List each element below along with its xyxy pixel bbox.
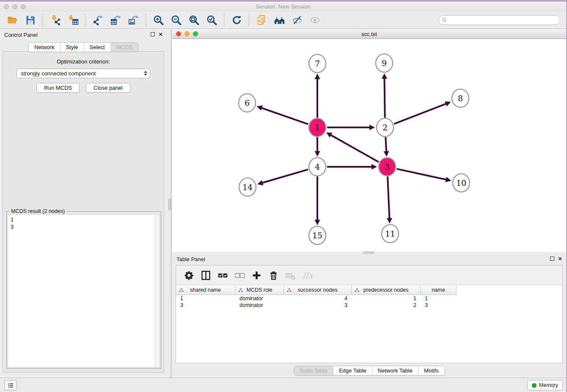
app-titlebar: Session: New Session [0, 2, 566, 12]
gear-icon[interactable] [182, 268, 196, 282]
zoom-out-icon[interactable] [169, 14, 183, 27]
close-panel-button[interactable]: Close panel [86, 83, 130, 93]
float-panel-icon[interactable] [151, 32, 155, 36]
delete-row-icon[interactable] [266, 268, 281, 282]
tab-node-table[interactable]: Node Table [294, 366, 333, 375]
graph-edge[interactable] [385, 137, 386, 152]
search-box[interactable] [438, 15, 560, 25]
mcds-result-area[interactable]: 13 [8, 214, 160, 367]
table-cell[interactable]: dominator [235, 302, 284, 309]
graph-edge[interactable] [394, 104, 446, 124]
split-view-icon[interactable] [198, 268, 213, 282]
graph-edge[interactable] [388, 177, 389, 219]
control-panel-title: Control Panel [4, 32, 38, 38]
deselect-all-icon[interactable] [232, 268, 247, 282]
criterion-select[interactable]: strongly connected component [17, 69, 150, 78]
table-cell[interactable]: 1 [176, 295, 235, 302]
table-cell[interactable]: 2 [352, 302, 421, 309]
column-header-MCDS-role[interactable]: MCDS role [235, 285, 284, 295]
graph-edge[interactable] [330, 135, 378, 162]
table-cell[interactable]: 1 [352, 295, 421, 302]
graph-edge-arrowhead [387, 218, 392, 224]
graph-node-label: 3 [385, 162, 390, 171]
tab-mcds[interactable]: MCDS [111, 43, 138, 52]
toolbar-separator [249, 14, 249, 27]
table-row[interactable]: 1dominator411 [176, 295, 562, 302]
first-neighbors-icon[interactable] [272, 14, 286, 27]
function-builder-icon [300, 268, 314, 282]
refresh-icon[interactable] [229, 14, 244, 27]
table-cell[interactable]: 1 [421, 295, 457, 302]
graph-node-label: 9 [382, 58, 387, 68]
result-scrollbar[interactable] [154, 215, 160, 367]
clone-network-icon[interactable] [254, 14, 269, 27]
save-icon[interactable] [23, 14, 37, 27]
graph-edge-arrowhead [372, 164, 377, 170]
network-graph: 7968124314101511 [172, 39, 566, 252]
graph-edge[interactable] [396, 169, 446, 180]
add-row-icon[interactable] [249, 268, 264, 282]
vertical-split-divider[interactable] [171, 29, 171, 378]
table-cell[interactable]: 3 [421, 302, 457, 309]
run-mcds-button[interactable]: Run MCDS [36, 83, 80, 93]
graph-edge-arrowhead [315, 220, 320, 225]
hide-selected-icon[interactable] [290, 14, 304, 27]
export-network-icon[interactable] [91, 14, 105, 27]
graph-edge[interactable] [261, 108, 308, 124]
graph-edge-arrowhead [257, 180, 263, 185]
graph-node-label: 15 [312, 231, 322, 240]
search-input[interactable] [448, 17, 560, 24]
open-icon[interactable] [5, 14, 19, 27]
tab-network[interactable]: Network [29, 43, 61, 52]
task-history-button[interactable] [4, 380, 17, 390]
column-header-shared-name[interactable]: shared name [176, 285, 235, 295]
table-row[interactable]: 3dominator323 [176, 302, 562, 309]
close-panel-icon[interactable]: × [159, 32, 162, 37]
graph-edge-arrowhead [369, 125, 375, 130]
graph-edge-arrowhead [382, 73, 387, 79]
optimization-criterion-label: Optimization criterion: [3, 58, 164, 65]
tab-motifs[interactable]: Motifs [418, 366, 444, 375]
graph-node-label: 7 [315, 59, 320, 68]
table-cell[interactable]: 3 [176, 302, 235, 309]
table-panel-title: Table Panel [176, 256, 205, 262]
import-table-icon[interactable] [66, 14, 80, 27]
close-table-panel-icon[interactable]: × [558, 256, 562, 261]
zoom-selected-icon[interactable] [204, 14, 219, 27]
column-header-predecessor-nodes[interactable]: predecessor nodes [352, 285, 421, 295]
table-cell[interactable]: 4 [284, 295, 352, 302]
app-title: Session: New Session [0, 3, 566, 10]
graph-edge[interactable] [262, 169, 308, 183]
zoom-fit-icon[interactable] [187, 14, 201, 27]
network-window-titlebar[interactable]: x - + scc.txt [172, 29, 566, 39]
vertical-split-grip[interactable] [168, 199, 171, 210]
column-label: name [432, 287, 445, 293]
main-toolbar [0, 12, 566, 29]
table-cell[interactable]: dominator [235, 295, 284, 302]
float-table-panel-icon[interactable] [550, 257, 554, 261]
export-image-icon[interactable] [126, 14, 140, 27]
column-header-successor-nodes[interactable]: successor nodes [284, 285, 352, 295]
table-cell[interactable]: 3 [284, 302, 352, 309]
tab-select[interactable]: Select [84, 43, 111, 52]
zoom-in-icon[interactable] [151, 14, 165, 27]
column-header-name[interactable]: name [421, 285, 457, 295]
select-all-icon[interactable] [215, 268, 230, 282]
graph-node-label: 8 [458, 94, 463, 103]
network-canvas[interactable]: 7968124314101511 [172, 39, 566, 252]
mcds-result-line: 3 [11, 223, 157, 230]
control-panel: Control Panel × NetworkStyleSelectMCDS O… [0, 29, 167, 378]
graph-edge[interactable] [384, 78, 385, 118]
mcds-result-group: MCDS result (2 nodes) 13 [6, 211, 161, 369]
graph-node-label: 4 [315, 162, 320, 171]
export-table-icon[interactable] [108, 14, 123, 27]
tab-edge-table[interactable]: Edge Table [333, 366, 372, 375]
application-window: Session: New Session Control Panel × Net… [0, 0, 567, 392]
memory-button[interactable]: Memory [527, 380, 563, 390]
import-network-icon[interactable] [48, 14, 62, 27]
graph-edge-arrowhead [315, 74, 320, 79]
toolbar-separator [146, 14, 146, 27]
sort-hierarchy-icon [179, 287, 184, 293]
tab-style[interactable]: Style [61, 43, 84, 52]
tab-network-table[interactable]: Network Table [372, 366, 418, 375]
